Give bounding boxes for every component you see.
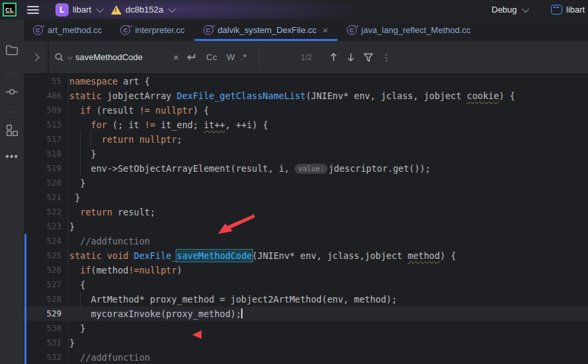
code-text: { xyxy=(69,277,85,292)
code-line-519[interactable]: 519 env->SetObjectArrayElement(result, i… xyxy=(24,161,588,176)
line-number: 531 xyxy=(46,336,61,350)
gutter-532[interactable]: 532 xyxy=(24,350,69,364)
line-number: 55 xyxy=(52,74,61,89)
next-occurrence-icon[interactable] xyxy=(346,41,355,73)
run-config-icon xyxy=(551,5,562,15)
gutter-530[interactable]: 530 xyxy=(24,321,69,336)
code-text: ArtMethod* proxy_method = jobject2ArtMet… xyxy=(69,292,397,307)
project-avatar: L xyxy=(55,3,69,17)
code-text: //addfunction xyxy=(69,350,150,364)
search-icon[interactable] xyxy=(54,41,72,73)
code-text: } xyxy=(69,147,96,161)
run-configuration-widget[interactable]: libart xyxy=(551,0,585,19)
gutter-509[interactable]: 509 xyxy=(24,103,69,118)
code-line-513[interactable]: 513 for (; it != it_end; it++, ++i) { xyxy=(24,118,588,132)
cpp-file-icon: C xyxy=(120,25,130,35)
gutter-529[interactable]: 529 xyxy=(24,307,69,321)
gutter-523[interactable]: 523 xyxy=(24,219,69,234)
filter-icon[interactable] xyxy=(363,41,373,73)
warning-icon xyxy=(111,5,122,15)
gutter-528[interactable]: 528 xyxy=(24,292,69,307)
code-text: } xyxy=(69,176,85,190)
gutter-513[interactable]: 513 xyxy=(24,118,69,132)
code-line-530[interactable]: 530 } xyxy=(24,321,588,336)
vcs-branch-widget[interactable]: dc8b152a xyxy=(111,0,174,19)
title-bar: CL L libart dc8b152a Debug libart xyxy=(0,0,588,19)
gutter-55[interactable]: 55 xyxy=(24,74,69,89)
more-options-icon[interactable]: ⋮ xyxy=(382,41,391,73)
run-mode-selector[interactable]: Debug xyxy=(492,0,527,19)
code-line-55[interactable]: 55namespace art { xyxy=(24,74,588,89)
chevron-down-icon xyxy=(96,5,104,12)
code-line-509[interactable]: 509 if (result != nullptr) { xyxy=(24,103,588,118)
code-text: static void DexFile_saveMethodCode(JNIEn… xyxy=(69,248,456,263)
code-line-526[interactable]: 526 if(method!=nullptr) xyxy=(24,263,588,277)
gutter-518[interactable]: 518 xyxy=(24,147,69,161)
code-line-517[interactable]: 517 return nullptr; xyxy=(24,132,588,147)
code-line-522[interactable]: 522 return result; xyxy=(24,205,588,219)
code-line-529[interactable]: 529 mycoraxInvoke(proxy_method); xyxy=(24,307,588,321)
divider xyxy=(48,41,49,73)
gutter-525[interactable]: 525 xyxy=(24,248,69,263)
code-line-523[interactable]: 523} xyxy=(24,219,588,234)
code-editor[interactable]: 55namespace art {486static jobjectArray … xyxy=(24,74,588,364)
gutter-526[interactable]: 526 xyxy=(24,263,69,277)
code-line-518[interactable]: 518 } xyxy=(24,147,588,161)
code-line-525[interactable]: 525static void DexFile_saveMethodCode(JN… xyxy=(24,248,588,263)
code-text: for (; it != it_end; it++, ++i) { xyxy=(69,118,268,132)
more-tool-windows-icon[interactable]: ••• xyxy=(5,150,18,163)
tab-interpreter.cc[interactable]: Cinterpreter.cc xyxy=(111,19,194,41)
code-line-532[interactable]: 532 //addfunction xyxy=(24,350,588,364)
code-line-521[interactable]: 521 } xyxy=(24,190,588,205)
gutter-519[interactable]: 519 xyxy=(24,161,69,176)
code-line-528[interactable]: 528 ArtMethod* proxy_method = jobject2Ar… xyxy=(24,292,588,307)
project-folder-icon[interactable] xyxy=(5,44,18,57)
close-icon[interactable]: × xyxy=(322,25,328,35)
branch-name: dc8b152a xyxy=(126,5,163,15)
structure-icon[interactable] xyxy=(5,124,18,137)
tab-label: java_lang_reflect_Method.cc xyxy=(361,25,471,35)
code-line-520[interactable]: 520 } xyxy=(24,176,588,190)
whole-words-toggle[interactable]: W xyxy=(227,41,235,73)
gutter-522[interactable]: 522 xyxy=(24,205,69,219)
code-line-527[interactable]: 527 { xyxy=(24,277,588,292)
expand-search-button[interactable] xyxy=(24,41,48,73)
tab-label: interpreter.cc xyxy=(135,25,184,35)
change-bar xyxy=(24,350,26,364)
code-text: mycoraxInvoke(proxy_method); xyxy=(69,307,242,321)
chevron-down-icon xyxy=(522,5,529,12)
cpp-file-icon: C xyxy=(203,25,213,35)
tab-art_method.cc[interactable]: Cart_method.cc xyxy=(24,19,111,41)
code-line-486[interactable]: 486static jobjectArray DexFile_getClassN… xyxy=(24,89,588,103)
line-number: 532 xyxy=(46,350,61,364)
gutter-524[interactable]: 524 xyxy=(24,234,69,248)
code-line-524[interactable]: 524 //addfunction xyxy=(24,234,588,248)
regex-toggle[interactable]: .* xyxy=(240,41,247,73)
match-case-toggle[interactable]: Cc xyxy=(206,41,217,73)
tab-java_lang_reflect_Method.cc[interactable]: Cjava_lang_reflect_Method.cc xyxy=(338,19,480,41)
code-text: return nullptr; xyxy=(69,132,182,147)
gutter-531[interactable]: 531 xyxy=(24,336,69,350)
gutter-517[interactable]: 517 xyxy=(24,132,69,147)
code-line-531[interactable]: 531} xyxy=(24,336,588,350)
gutter-520[interactable]: 520 xyxy=(24,176,69,190)
gutter-521[interactable]: 521 xyxy=(24,190,69,205)
search-input[interactable] xyxy=(75,52,168,62)
clear-search-icon[interactable]: × xyxy=(173,41,179,73)
clion-logo: CL xyxy=(3,0,17,19)
code-text: namespace art { xyxy=(69,74,150,89)
main-menu-button[interactable] xyxy=(26,0,40,19)
gutter-527[interactable]: 527 xyxy=(24,277,69,292)
change-bar xyxy=(24,248,26,263)
gutter-486[interactable]: 486 xyxy=(24,89,69,103)
line-number: 521 xyxy=(46,190,61,205)
code-text: } xyxy=(69,336,75,350)
commit-icon[interactable] xyxy=(5,85,18,98)
tab-dalvik_system_DexFile.cc[interactable]: Cdalvik_system_DexFile.cc× xyxy=(194,19,338,41)
previous-occurrence-icon[interactable] xyxy=(329,41,338,73)
tool-window-stripe: ••• xyxy=(0,19,24,364)
newline-icon[interactable]: ↵ xyxy=(187,41,198,73)
run-config-name: libart xyxy=(566,5,585,15)
project-widget[interactable]: L libart xyxy=(55,0,102,19)
line-number: 486 xyxy=(46,89,61,103)
